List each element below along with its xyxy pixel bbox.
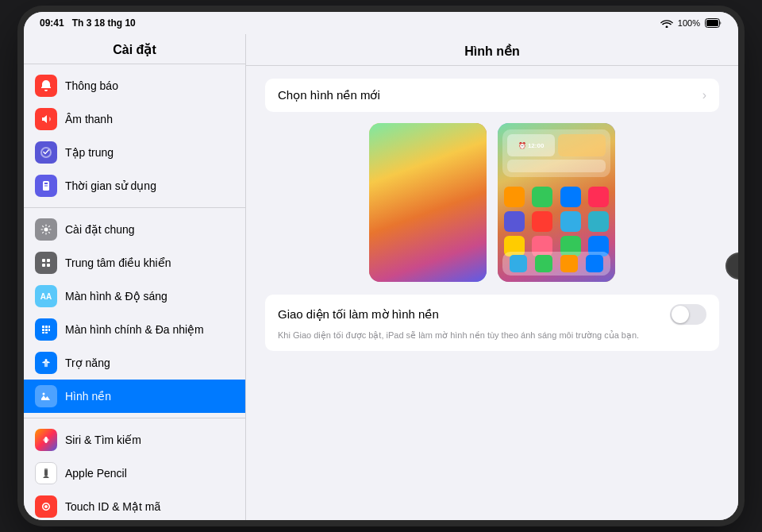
- thoi-gian-label: Thời gian sử dụng: [65, 179, 156, 192]
- man-hinh-do-sang-label: Màn hình & Độ sáng: [65, 290, 167, 303]
- tap-trung-icon: [35, 141, 57, 164]
- wallpaper-previews: ⏰ 12:00: [265, 123, 719, 282]
- choose-wallpaper-row[interactable]: Chọn hình nền mới ›: [265, 79, 719, 112]
- man-hinh-chinh-label: Màn hình chính & Đa nhiệm: [65, 323, 204, 336]
- am-thanh-icon: [35, 108, 57, 130]
- choose-wallpaper-label: Chọn hình nền mới: [278, 88, 380, 102]
- sidebar-header: Cài đặt: [24, 34, 245, 64]
- thoi-gian-icon: [35, 175, 57, 197]
- svg-rect-16: [42, 332, 44, 333]
- sidebar-item-touch-id[interactable]: Touch ID & Mật mã: [24, 490, 245, 520]
- am-thanh-label: Âm thanh: [65, 113, 113, 125]
- touch-id-icon: [35, 495, 57, 518]
- svg-rect-3: [44, 183, 48, 184]
- date-display: Th 3 18 thg 10: [72, 17, 136, 29]
- svg-rect-23: [44, 468, 48, 470]
- hinh-nen-label: Hình nền: [65, 390, 111, 403]
- sidebar-section-2: Cài đặt chung Trung tâm điều khiển AA Mà…: [24, 208, 245, 418]
- toggle-knob: [672, 306, 689, 323]
- sidebar-item-am-thanh[interactable]: Âm thanh: [24, 102, 245, 136]
- svg-point-21: [43, 438, 49, 441]
- sidebar: Cài đặt Thông báo Âm thanh: [24, 34, 246, 520]
- dark-mode-row: Giao diện tối làm mờ hình nền Khi Giao d…: [265, 295, 719, 351]
- man-hinh-chinh-icon: [35, 318, 57, 341]
- wifi-icon: [660, 18, 673, 28]
- apple-pencil-label: Apple Pencil: [65, 467, 127, 480]
- sidebar-item-cai-dat-chung[interactable]: Cài đặt chung: [24, 213, 245, 246]
- thong-bao-label: Thông báo: [65, 79, 118, 92]
- svg-rect-17: [45, 332, 48, 333]
- sidebar-item-man-hinh-chinh[interactable]: Màn hình chính & Đa nhiệm: [24, 313, 245, 346]
- sidebar-item-siri[interactable]: Siri & Tìm kiếm: [24, 423, 245, 457]
- tap-trung-label: Tập trung: [65, 146, 114, 159]
- apple-pencil-icon: [35, 462, 57, 484]
- content-header: Hình nền: [246, 34, 738, 66]
- status-time: 09:41 Th 3 18 thg 10: [40, 17, 136, 29]
- home-screen-thumb[interactable]: ⏰ 12:00: [498, 123, 615, 282]
- sidebar-item-man-hinh-do-sang[interactable]: AA Màn hình & Độ sáng: [24, 279, 245, 313]
- sidebar-item-thong-bao[interactable]: Thông báo: [24, 69, 245, 102]
- sidebar-item-hinh-nen[interactable]: Hình nền: [24, 380, 245, 413]
- trung-tam-icon: [35, 252, 57, 274]
- svg-rect-4: [44, 186, 48, 187]
- sidebar-item-tap-trung[interactable]: Tập trung: [24, 136, 245, 169]
- svg-rect-13: [42, 329, 44, 331]
- svg-point-19: [43, 393, 45, 395]
- svg-rect-9: [47, 264, 50, 267]
- svg-point-5: [44, 228, 48, 232]
- battery-percent: 100%: [678, 18, 700, 28]
- hinh-nen-icon: [35, 385, 57, 407]
- content-area: Hình nền Chọn hình nền mới ›: [246, 34, 738, 520]
- sidebar-item-tro-nang[interactable]: Trợ năng: [24, 346, 245, 380]
- sidebar-section-3: Siri & Tìm kiếm Apple Pencil Touch ID & …: [24, 418, 245, 520]
- dark-mode-description: Khi Giao diện tối được bật, iPad sẽ làm …: [278, 330, 706, 341]
- touch-id-label: Touch ID & Mật mã: [65, 500, 160, 513]
- content-body: Chọn hình nền mới › ⏰ 12: [246, 66, 738, 368]
- svg-rect-10: [42, 326, 44, 328]
- siri-label: Siri & Tìm kiếm: [65, 434, 141, 446]
- status-right: 100%: [660, 18, 722, 28]
- battery-icon: [705, 18, 722, 28]
- time-display: 09:41: [40, 17, 64, 29]
- siri-icon: [35, 429, 57, 451]
- svg-rect-15: [48, 329, 50, 331]
- svg-rect-1: [706, 20, 718, 26]
- status-bar: 09:41 Th 3 18 thg 10 100%: [24, 12, 738, 34]
- lock-screen-thumb[interactable]: [369, 123, 487, 282]
- thong-bao-icon: [35, 75, 57, 97]
- sidebar-item-apple-pencil[interactable]: Apple Pencil: [24, 457, 245, 490]
- dark-mode-toggle-top: Giao diện tối làm mờ hình nền: [278, 304, 706, 325]
- sidebar-section-1: Thông báo Âm thanh Tập trung: [24, 64, 245, 208]
- tro-nang-icon: [35, 352, 57, 374]
- svg-rect-12: [48, 326, 50, 328]
- man-hinh-do-sang-icon: AA: [35, 285, 57, 307]
- chevron-right-icon: ›: [702, 88, 706, 102]
- svg-rect-14: [45, 329, 48, 331]
- svg-rect-6: [42, 259, 45, 262]
- trung-tam-label: Trung tâm điều khiển: [65, 256, 171, 269]
- svg-rect-8: [42, 264, 45, 267]
- dark-mode-toggle[interactable]: [670, 304, 706, 325]
- dark-mode-label: Giao diện tối làm mờ hình nền: [278, 307, 439, 322]
- sidebar-item-thoi-gian[interactable]: Thời gian sử dụng: [24, 169, 245, 202]
- sidebar-item-trung-tam[interactable]: Trung tâm điều khiển: [24, 246, 245, 279]
- tro-nang-label: Trợ năng: [65, 357, 110, 369]
- cai-dat-chung-label: Cài đặt chung: [65, 223, 135, 236]
- ipad-frame: 09:41 Th 3 18 thg 10 100% Cài đặt: [24, 12, 738, 520]
- svg-rect-7: [47, 259, 50, 262]
- main-layout: Cài đặt Thông báo Âm thanh: [24, 34, 738, 520]
- cai-dat-chung-icon: [35, 218, 57, 241]
- svg-rect-11: [45, 326, 48, 328]
